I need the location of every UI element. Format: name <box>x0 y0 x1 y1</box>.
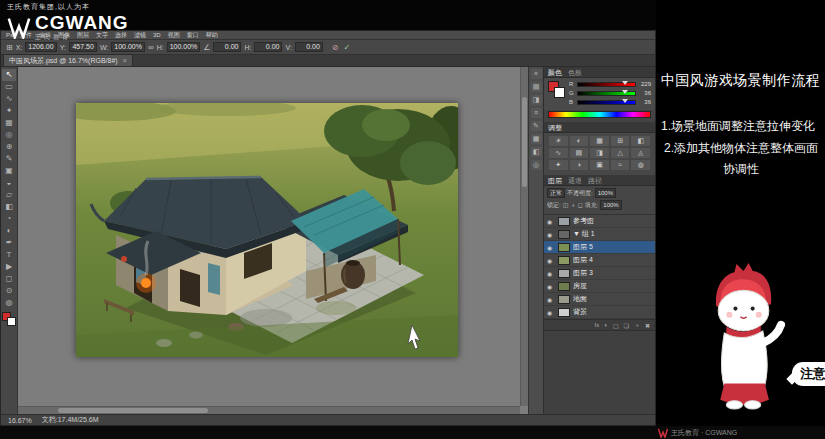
eyedropper-tool[interactable]: ◎ <box>2 129 16 141</box>
layer-thumbnail[interactable] <box>558 295 570 304</box>
layer-thumbnail[interactable] <box>558 282 570 291</box>
blur-tool[interactable]: ◔ <box>2 213 16 225</box>
v-skew-input[interactable]: 0.00 <box>295 42 323 52</box>
adjustment-icon[interactable]: ◨ <box>590 148 609 158</box>
h-skew-input[interactable]: 0.00 <box>254 42 282 52</box>
slider-value[interactable]: 36 <box>638 90 651 96</box>
clone-stamp-tool[interactable]: ▣ <box>2 165 16 177</box>
width-input[interactable]: 100.00% <box>111 42 145 52</box>
dock-panel-icon[interactable]: ◧ <box>531 147 542 157</box>
menu-item[interactable]: 滤镜 <box>134 32 146 38</box>
fill-dropdown[interactable]: 100% <box>600 200 621 210</box>
layer-thumbnail[interactable] <box>558 230 570 239</box>
move-tool[interactable]: ↖ <box>2 69 16 81</box>
layer-thumbnail[interactable] <box>558 308 570 317</box>
dock-panel-icon[interactable]: ◎ <box>531 160 542 170</box>
adjustment-icon[interactable]: ◧ <box>631 136 650 146</box>
magic-wand-tool[interactable]: ✦ <box>2 105 16 117</box>
layer-row[interactable]: ◉ 参考图 <box>544 215 655 228</box>
layer-thumbnail[interactable] <box>558 243 570 252</box>
vertical-scrollbar[interactable] <box>520 67 528 406</box>
dock-panel-icon[interactable]: ▤ <box>531 82 542 92</box>
layers-footer-icon[interactable]: fx <box>595 322 600 328</box>
hand-tool[interactable]: ⊙ <box>2 285 16 297</box>
layer-thumbnail[interactable] <box>558 256 570 265</box>
adjustment-icon[interactable]: ◑ <box>570 160 589 170</box>
pen-tool[interactable]: ✒ <box>2 237 16 249</box>
close-tab-icon[interactable]: × <box>123 57 127 64</box>
shape-tool[interactable]: ◻ <box>2 273 16 285</box>
slider-value[interactable]: 229 <box>638 81 651 87</box>
layers-footer-icon[interactable]: ✖ <box>645 322 650 329</box>
tab-adjustments[interactable]: 调整 <box>548 124 562 131</box>
document-tab[interactable]: 中国风场景.psd @ 16.7%(RGB/8#) × <box>3 54 133 66</box>
menu-item[interactable]: 视图 <box>168 32 180 38</box>
layer-visibility-icon[interactable]: ◉ <box>547 296 555 303</box>
blend-mode-dropdown[interactable]: 正常 <box>547 188 565 198</box>
dock-panel-icon[interactable]: ▦ <box>531 134 542 144</box>
dodge-tool[interactable]: ◐ <box>2 225 16 237</box>
layer-visibility-icon[interactable]: ◉ <box>547 270 555 277</box>
adjustment-icon[interactable]: ▦ <box>590 136 609 146</box>
horizontal-scrollbar-thumb[interactable] <box>58 408 208 413</box>
layer-visibility-icon[interactable]: ◉ <box>547 231 555 238</box>
lasso-tool[interactable]: ∿ <box>2 93 16 105</box>
layers-footer-icon[interactable]: ▢ <box>613 322 619 329</box>
tab-color[interactable]: 颜色 <box>548 69 562 76</box>
layer-row[interactable]: ◉ 背景 <box>544 306 655 319</box>
vertical-scrollbar-thumb[interactable] <box>522 97 527 187</box>
horizontal-scrollbar[interactable] <box>18 406 520 414</box>
canvas-area[interactable] <box>18 67 528 414</box>
marquee-tool[interactable]: ▭ <box>2 81 16 93</box>
layers-footer-icon[interactable]: ❏ <box>624 322 629 329</box>
adjustment-icon[interactable]: ∿ <box>549 148 568 158</box>
layer-visibility-icon[interactable]: ◉ <box>547 218 555 225</box>
tab-channels[interactable]: 通道 <box>568 177 582 184</box>
angle-input[interactable]: 0.00 <box>213 42 241 52</box>
layer-visibility-icon[interactable]: ◉ <box>547 309 555 316</box>
height-input[interactable]: 100.00% <box>167 42 201 52</box>
layers-footer-icon[interactable]: ◐ <box>604 322 608 328</box>
dock-panel-icon[interactable]: ≡ <box>531 108 542 118</box>
opacity-dropdown[interactable]: 100% <box>595 188 616 198</box>
scene-artwork[interactable] <box>76 103 458 357</box>
tab-layers[interactable]: 图层 <box>548 177 562 184</box>
gradient-tool[interactable]: ◧ <box>2 201 16 213</box>
eraser-tool[interactable]: ▱ <box>2 189 16 201</box>
dock-panel-icon[interactable]: ◨ <box>531 95 542 105</box>
adjustment-icon[interactable]: ▤ <box>570 148 589 158</box>
menu-item[interactable]: 帮助 <box>206 32 218 38</box>
layer-row[interactable]: ◉ 地面 <box>544 293 655 306</box>
brush-tool[interactable]: ✎ <box>2 153 16 165</box>
color-spectrum-bar[interactable] <box>548 111 651 118</box>
layer-visibility-icon[interactable]: ◉ <box>547 283 555 290</box>
background-color-swatch[interactable] <box>7 317 16 326</box>
slider-value[interactable]: 36 <box>638 99 651 105</box>
adjustment-icon[interactable]: ◐ <box>570 136 589 146</box>
layer-row[interactable]: ◉ 图层 5 <box>544 241 655 254</box>
adjustment-icon[interactable]: ✦ <box>549 160 568 170</box>
slider-track[interactable] <box>577 100 636 105</box>
layer-row[interactable]: ◉ ▼ 组 1 <box>544 228 655 241</box>
slider-track[interactable] <box>577 91 636 96</box>
crop-tool[interactable]: ▦ <box>2 117 16 129</box>
type-tool[interactable]: T <box>2 249 16 261</box>
link-dimensions-icon[interactable]: ∞ <box>148 43 154 52</box>
adjustment-icon[interactable]: ⊞ <box>611 136 630 146</box>
zoom-level[interactable]: 16.67% <box>8 417 32 424</box>
history-brush-tool[interactable]: ◒ <box>2 177 16 189</box>
healing-brush-tool[interactable]: ⊕ <box>2 141 16 153</box>
layers-footer-icon[interactable]: ＋ <box>634 321 640 330</box>
menu-item[interactable]: 3D <box>153 32 161 38</box>
slider-track[interactable] <box>577 82 636 87</box>
zoom-tool[interactable]: ◍ <box>2 297 16 309</box>
lock-icons[interactable]: ◫ ＋ ◻ <box>563 201 583 210</box>
adjustment-icon[interactable]: ◬ <box>631 148 650 158</box>
commit-transform-icon[interactable]: ✓ <box>344 43 351 52</box>
layer-thumbnail[interactable] <box>558 269 570 278</box>
tab-paths[interactable]: 路径 <box>588 177 602 184</box>
layer-thumbnail[interactable] <box>558 217 570 226</box>
cancel-transform-icon[interactable]: ⊘ <box>332 43 339 52</box>
toolbar-color-swatches[interactable] <box>2 312 16 326</box>
dock-panel-icon[interactable]: « <box>531 69 542 79</box>
